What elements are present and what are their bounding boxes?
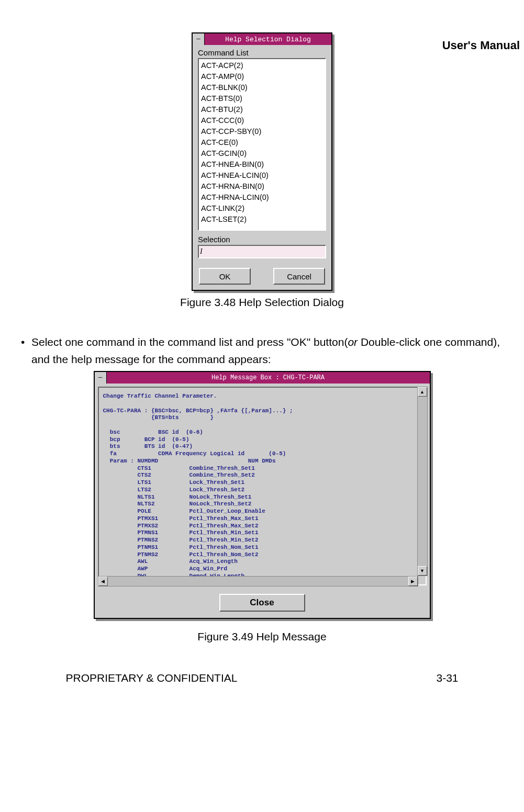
help-selection-dialog: — Help Selection Dialog Command List ACT… bbox=[192, 32, 332, 291]
dialog2-titlebar[interactable]: — Help Message Box : CHG-TC-PARA bbox=[95, 372, 430, 384]
horizontal-scrollbar[interactable]: ◀ ▶ bbox=[98, 576, 418, 587]
scroll-down-icon[interactable]: ▼ bbox=[418, 566, 427, 576]
cancel-button[interactable]: Cancel bbox=[273, 268, 325, 285]
list-item[interactable]: ACT-CCC(0) bbox=[201, 115, 323, 126]
command-list-label: Command List bbox=[198, 48, 326, 57]
page-header-right: User's Manual bbox=[442, 39, 520, 52]
list-item[interactable]: ACT-HRNA-LCIN(0) bbox=[201, 192, 323, 203]
selection-label: Selection bbox=[198, 235, 326, 244]
instruction-text-pre: Select one command in the command list a… bbox=[31, 336, 348, 348]
command-list[interactable]: ACT-ACP(2) ACT-AMP(0) ACT-BLNK(0) ACT-BT… bbox=[198, 58, 326, 231]
page-footer: PROPRIETARY & CONFIDENTIAL 3-31 bbox=[0, 672, 524, 684]
footer-page-number: 3-31 bbox=[436, 672, 458, 684]
list-item[interactable]: ACT-HRNA-BIN(0) bbox=[201, 181, 323, 192]
footer-left: PROPRIETARY & CONFIDENTIAL bbox=[66, 672, 238, 684]
list-item[interactable]: ACT-GCIN(0) bbox=[201, 148, 323, 159]
instruction-text-italic: or bbox=[348, 336, 358, 348]
list-item[interactable]: ACT-BLNK(0) bbox=[201, 82, 323, 93]
list-item[interactable]: ACT-CCP-SBY(0) bbox=[201, 126, 323, 137]
help-message-text: Change Traffic Channel Parameter. CHG-TC… bbox=[103, 393, 423, 585]
list-item[interactable]: ACT-HNEA-LCIN(0) bbox=[201, 170, 323, 181]
system-menu-icon[interactable]: — bbox=[95, 372, 107, 384]
list-item[interactable]: ACT-ACP(2) bbox=[201, 60, 323, 71]
list-item[interactable]: ACT-AMP(0) bbox=[201, 71, 323, 82]
close-button[interactable]: Close bbox=[219, 594, 305, 612]
bullet-icon: • bbox=[21, 334, 31, 368]
list-item[interactable]: ACT-BTS(0) bbox=[201, 93, 323, 104]
help-message-area: Change Traffic Channel Parameter. CHG-TC… bbox=[98, 387, 427, 585]
help-message-dialog: — Help Message Box : CHG-TC-PARA Change … bbox=[94, 371, 431, 619]
vertical-scrollbar[interactable]: ▲ ▼ bbox=[417, 387, 428, 576]
selection-input[interactable] bbox=[198, 245, 326, 258]
dialog2-title: Help Message Box : CHG-TC-PARA bbox=[107, 374, 430, 381]
list-item[interactable]: ACT-BTU(2) bbox=[201, 104, 323, 115]
list-item[interactable]: ACT-LSET(2) bbox=[201, 214, 323, 225]
dialog1-titlebar[interactable]: — Help Selection Dialog bbox=[193, 33, 331, 45]
figure-caption-1: Figure 3.48 Help Selection Dialog bbox=[0, 296, 524, 309]
instruction-bullet: • Select one command in the command list… bbox=[21, 334, 503, 368]
list-item[interactable]: ACT-LINK(2) bbox=[201, 203, 323, 214]
list-item[interactable]: ACT-HNEA-BIN(0) bbox=[201, 159, 323, 170]
dialog1-title: Help Selection Dialog bbox=[205, 36, 331, 43]
scroll-left-icon[interactable]: ◀ bbox=[98, 577, 108, 586]
system-menu-icon[interactable]: — bbox=[193, 33, 205, 45]
figure-caption-2: Figure 3.49 Help Message bbox=[0, 630, 524, 643]
scroll-right-icon[interactable]: ▶ bbox=[408, 577, 418, 586]
list-item[interactable]: ACT-CE(0) bbox=[201, 137, 323, 148]
ok-button[interactable]: OK bbox=[199, 268, 251, 285]
scroll-up-icon[interactable]: ▲ bbox=[418, 387, 427, 397]
